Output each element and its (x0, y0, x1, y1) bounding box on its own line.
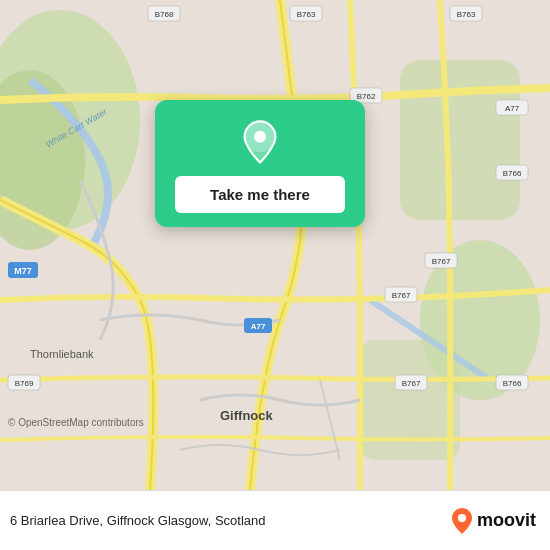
svg-point-38 (254, 131, 266, 143)
moovit-text: moovit (477, 510, 536, 531)
svg-text:B769: B769 (15, 379, 34, 388)
svg-text:B767: B767 (392, 291, 411, 300)
svg-text:B767: B767 (402, 379, 421, 388)
moovit-logo: moovit (451, 507, 536, 535)
svg-text:B768: B768 (155, 10, 174, 19)
svg-text:B763: B763 (297, 10, 316, 19)
svg-text:B766: B766 (503, 379, 522, 388)
svg-text:B766: B766 (503, 169, 522, 178)
svg-rect-5 (360, 340, 460, 460)
address-label: 6 Briarlea Drive, Giffnock Glasgow, Scot… (10, 513, 451, 528)
svg-text:Thornliebank: Thornliebank (30, 348, 94, 360)
map-container: M77 A77 A77 B768 B763 B763 A77 B766 B762… (0, 0, 550, 490)
svg-text:B763: B763 (457, 10, 476, 19)
location-card: Take me there (155, 100, 365, 227)
svg-text:M77: M77 (14, 266, 32, 276)
svg-text:A77: A77 (505, 104, 520, 113)
svg-point-39 (458, 514, 466, 522)
moovit-pin-icon (451, 507, 473, 535)
footer: 6 Briarlea Drive, Giffnock Glasgow, Scot… (0, 490, 550, 550)
svg-text:A77: A77 (251, 322, 266, 331)
svg-rect-3 (400, 60, 520, 220)
svg-text:B762: B762 (357, 92, 376, 101)
svg-text:B767: B767 (432, 257, 451, 266)
svg-text:Giffnock: Giffnock (220, 408, 273, 423)
map-copyright: © OpenStreetMap contributors (8, 417, 144, 428)
map-pin-icon (236, 118, 284, 166)
take-me-there-button[interactable]: Take me there (175, 176, 345, 213)
